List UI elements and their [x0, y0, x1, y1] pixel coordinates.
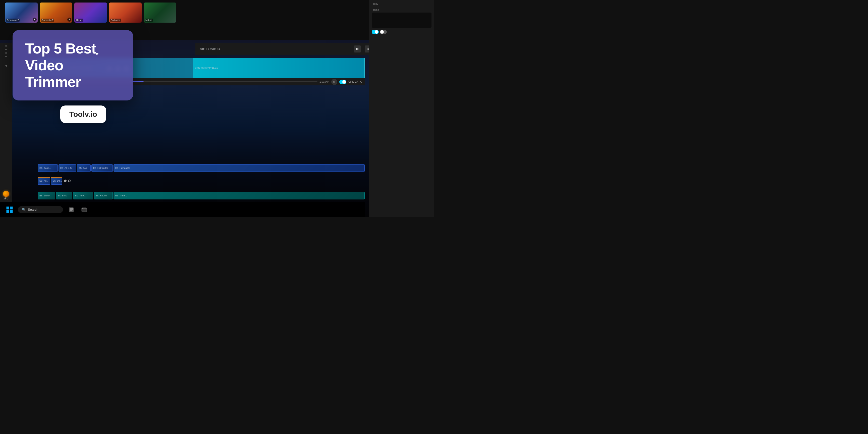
- audio-clip-5[interactable]: ES_Half an Ea: [114, 164, 365, 172]
- page-title: Top 5 Best Video Trimmer: [25, 40, 121, 90]
- audio-row-1: ES_Cand... ES_All Is Si ES_Bac ES_Half a…: [38, 162, 365, 174]
- strip-segment-3: 2021-05-26-17-07-22.jpg: [193, 58, 365, 78]
- dot-3: [5, 52, 7, 54]
- windows-icon: [6, 206, 13, 214]
- grid-view-btn[interactable]: ⊞: [354, 45, 361, 53]
- right-panel-preview: [372, 12, 432, 28]
- audio-clip-7[interactable]: ES_Do...: [51, 177, 62, 185]
- right-panel-frame: Frame: [372, 8, 432, 11]
- thumbnail-5[interactable]: Nature: [144, 2, 176, 23]
- audio-clip-2[interactable]: ES_All Is Si: [59, 164, 76, 172]
- audio-section: ES_Cand... ES_All Is Si ES_Bac ES_Half a…: [38, 162, 365, 202]
- svg-rect-5: [70, 209, 73, 209]
- svg-rect-2: [6, 210, 9, 213]
- taskbar: 🔍 Search: [0, 202, 365, 217]
- timecode-display: 00:14:50:04: [200, 47, 220, 51]
- brand-badge: Toolv.io: [60, 105, 106, 123]
- thumb-label-2: Cinematic T: [41, 19, 54, 22]
- dot-2: [5, 49, 7, 50]
- temp-text: 28°C: [3, 197, 8, 200]
- svg-rect-3: [10, 210, 12, 213]
- search-input[interactable]: Search: [28, 208, 38, 212]
- temperature-indicator: 28°C: [3, 191, 9, 200]
- left-panel: ◀ ▶: [0, 43, 12, 202]
- audio-clip-4[interactable]: ES_Half an Ea: [91, 164, 113, 172]
- playhead: [97, 55, 97, 118]
- audio-clip-1[interactable]: ES_Cand...: [38, 164, 58, 172]
- temp-orb: [3, 191, 9, 197]
- taskbar-icon-2[interactable]: [80, 205, 89, 214]
- thumb-download-2[interactable]: ⬇: [67, 18, 71, 22]
- audio-row-3: ES_Silent* ES_Simp ES_Turbt... ES_Round …: [38, 190, 365, 202]
- search-icon: 🔍: [22, 208, 26, 212]
- audio-clip-10[interactable]: ES_Turbt...: [73, 192, 93, 199]
- view-toggle[interactable]: [339, 80, 346, 84]
- svg-rect-6: [70, 210, 73, 210]
- dot-4: [5, 56, 7, 57]
- search-bar[interactable]: 🔍 Search: [18, 206, 63, 213]
- thumb-label-4: Radiance: [110, 19, 121, 22]
- svg-point-11: [83, 208, 83, 209]
- right-panel-proxy: Proxy: [372, 2, 432, 5]
- thumbnail-1[interactable]: Cinematic 7 ⬇: [5, 2, 38, 23]
- thumb-label-3: Halo 1: [75, 19, 83, 22]
- thumb-label-1: Cinematic 7: [6, 19, 20, 22]
- dot-1: [5, 45, 7, 47]
- cinematic-label: CINEMATIC: [348, 81, 362, 83]
- browser-icon: [81, 207, 87, 213]
- title-card: Top 5 Best Video Trimmer: [12, 30, 133, 100]
- audio-clip-8[interactable]: ES_Silent*: [38, 192, 55, 199]
- taskbar-icon-1[interactable]: [67, 205, 76, 214]
- speed-btn[interactable]: ⊕: [331, 79, 337, 85]
- file-icon: [68, 207, 74, 213]
- audio-clip-11[interactable]: ES_Round: [94, 192, 113, 199]
- audio-row-2: ES_Au... ES_Do...: [38, 175, 365, 187]
- thumbnail-4[interactable]: Radiance: [109, 2, 142, 23]
- audio-clip-6[interactable]: ES_Au...: [38, 177, 50, 185]
- audio-clip-9[interactable]: ES_Simp: [56, 192, 72, 199]
- audio-clip-3[interactable]: ES_Bac: [77, 164, 91, 172]
- thumb-download-1[interactable]: ⬇: [33, 18, 37, 22]
- svg-point-10: [82, 208, 83, 209]
- thumbnail-2[interactable]: Cinematic T ⬇: [40, 2, 72, 23]
- panel-arrow-1[interactable]: ◀: [5, 64, 7, 67]
- right-panel: Proxy Frame: [369, 0, 434, 217]
- thumb-label-5: Nature: [145, 19, 153, 22]
- zoom-end: 1:00:00+: [319, 81, 329, 83]
- brand-label: Toolv.io: [69, 110, 97, 118]
- audio-clip-12[interactable]: ES_There...: [114, 192, 365, 199]
- svg-rect-0: [6, 207, 9, 209]
- right-panel-controls[interactable]: [372, 30, 432, 34]
- windows-start-button[interactable]: [5, 205, 14, 214]
- svg-rect-1: [10, 207, 12, 209]
- thumbnail-3[interactable]: Halo 1: [74, 2, 107, 23]
- clip-markers: [64, 180, 70, 182]
- svg-rect-7: [70, 211, 72, 211]
